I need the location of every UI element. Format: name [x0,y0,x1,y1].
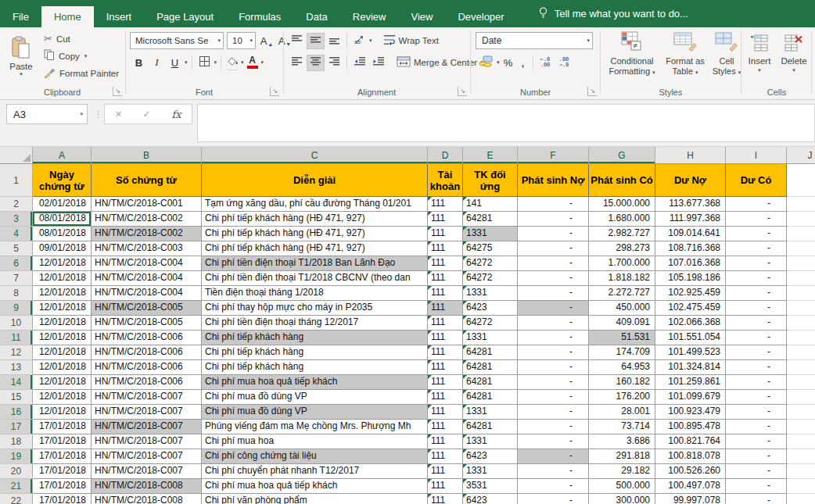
name-box[interactable]: A3▾ [6,104,88,124]
row-header-6[interactable]: 6 [0,256,33,271]
cell-C19[interactable]: Chi phí công chứng tài liệu [202,449,428,464]
cell-B22[interactable]: HN/TM/C/2018-C008 [92,494,202,504]
paste-button[interactable]: Paste ▾ [4,30,38,82]
cell-G8[interactable]: 2.272.727 [589,286,655,301]
cell-E6[interactable]: 64272 [463,256,518,271]
cell-D3[interactable]: 111 [428,212,463,227]
comma-style-button[interactable]: , [517,55,530,71]
tab-developer[interactable]: Developer [445,6,516,27]
cell-I5[interactable]: - [726,241,787,256]
row-header-20[interactable]: 20 [0,464,33,479]
cell-C12[interactable]: Chi phí tiếp khách hàng [202,345,428,360]
cell-I21[interactable]: - [726,479,787,494]
cell-D14[interactable]: 111 [428,375,463,390]
row-header-17[interactable]: 17 [0,420,33,434]
cell-E21[interactable]: 3531 [463,479,518,494]
cell-D22[interactable]: 111 [428,494,463,504]
percent-style-button[interactable]: % [501,55,516,71]
cell-G14[interactable]: 160.182 [589,375,655,390]
cell-F11[interactable]: - [518,331,589,345]
row-header-16[interactable]: 16 [0,405,33,420]
cell-H13[interactable]: 101.324.814 [655,360,726,375]
cell-D8[interactable]: 111 [428,286,463,301]
cell-F6[interactable]: - [518,256,589,271]
cell-H17[interactable]: 100.895.478 [655,420,726,434]
cell-H6[interactable]: 107.016.368 [655,256,726,271]
cell-A11[interactable]: 12/01/2018 [33,331,92,345]
cell-C11[interactable]: Chi phí tiếp khách hàng [202,331,428,345]
cell-H22[interactable]: 99.997.078 [655,494,726,504]
cell-A19[interactable]: 17/01/2018 [33,449,92,464]
table-header-H1[interactable]: Dư Nợ [655,164,726,197]
cell-C3[interactable]: Chi phí tiếp khách hàng (HĐ 471, 927) [202,212,428,227]
table-header-G1[interactable]: Phát sinh Có [589,164,655,197]
cell-E20[interactable]: 1331 [463,464,518,479]
cell-C16[interactable]: Chi phí mua đồ dùng VP [202,405,428,420]
cell-B6[interactable]: HN/TM/C/2018-C004 [92,256,202,271]
wrap-text-button[interactable]: Wrap Text [380,33,442,49]
cut-button[interactable]: ✂Cut [41,30,121,47]
cell-B17[interactable]: HN/TM/C/2018-C007 [92,420,202,434]
cell-J6[interactable] [787,256,815,271]
cell-A3[interactable]: 08/01/2018 [33,212,92,227]
row-header-11[interactable]: 11 [0,331,33,345]
cell-D19[interactable]: 111 [428,449,463,464]
row-header-8[interactable]: 8 [0,286,33,301]
cell-A17[interactable]: 17/01/2018 [33,420,92,434]
cell-F2[interactable]: - [518,197,589,212]
cell-B18[interactable]: HN/TM/C/2018-C007 [92,434,202,449]
cell-E3[interactable]: 64281 [463,212,518,227]
cell-J5[interactable] [787,241,815,256]
copy-button[interactable]: Copy▾ [41,48,121,64]
tab-review[interactable]: Review [340,6,399,27]
cell-C10[interactable]: Chi phí tiền điện thoại tháng 12/2017 [202,316,428,331]
cell-I3[interactable]: - [726,212,787,227]
cell-G12[interactable]: 174.709 [589,345,655,360]
cell-B16[interactable]: HN/TM/C/2018-C007 [92,405,202,420]
cell-C18[interactable]: Chi phí mua hoa [202,434,428,449]
cell-I13[interactable]: - [726,360,787,375]
cancel-icon[interactable]: × [115,108,121,120]
cell-B4[interactable]: HN/TM/C/2018-C002 [92,227,202,241]
cell-E11[interactable]: 1331 [463,331,518,345]
number-dialog-launcher[interactable]: ↘ [587,87,597,96]
row-header-13[interactable]: 13 [0,360,33,375]
cell-F7[interactable]: - [518,271,589,286]
row-header-4[interactable]: 4 [0,227,33,241]
cell-C6[interactable]: Chi phí tiền điện thoại T1/2018 Ban Lãnh… [202,256,428,271]
cell-F15[interactable]: - [518,390,589,405]
cell-D17[interactable]: 111 [428,420,463,434]
cell-B9[interactable]: HN/TM/C/2018-C005 [92,301,202,316]
cell-E19[interactable]: 6423 [463,449,518,464]
cell-B8[interactable]: HN/TM/C/2018-C004 [92,286,202,301]
align-top-button[interactable] [288,33,306,49]
fill-color-button[interactable] [225,55,239,70]
cell-J12[interactable] [787,345,815,360]
align-right-button[interactable] [325,55,343,71]
cell-J9[interactable] [787,301,815,316]
cell-F17[interactable]: - [518,420,589,434]
cell-F12[interactable]: - [518,345,589,360]
cell-G6[interactable]: 1.700.000 [589,256,655,271]
cell-C8[interactable]: Tiền điện thoại tháng 1/2018 [202,286,428,301]
cell-J16[interactable] [787,405,815,420]
table-header-C1[interactable]: Diễn giải [202,164,428,197]
tab-data[interactable]: Data [293,6,339,27]
font-size-select[interactable]: 10▾ [227,32,256,49]
cell-H12[interactable]: 101.499.523 [655,345,726,360]
cell-J18[interactable] [787,434,815,449]
cell-C5[interactable]: Chi phí tiếp khách hàng (HĐ 471, 927) [202,241,428,256]
increase-indent-button[interactable] [369,55,387,71]
cell-A21[interactable]: 17/01/2018 [33,479,92,494]
cell-E17[interactable]: 64281 [463,420,518,434]
cell-I11[interactable]: - [726,331,787,345]
formula-bar-drag-handle[interactable]: ⋮ [94,109,102,120]
cell-H4[interactable]: 109.014.641 [655,227,726,241]
cell-I16[interactable]: - [726,405,787,420]
table-header-E1[interactable]: TK đối ứng [463,164,518,197]
cell-H3[interactable]: 111.997.368 [655,212,726,227]
cell-A2[interactable]: 02/01/2018 [33,197,92,212]
cell-F13[interactable]: - [518,360,589,375]
cell-C9[interactable]: Chi phí thay hộp mực cho máy in P2035 [202,301,428,316]
cell-G9[interactable]: 450.000 [589,301,655,316]
